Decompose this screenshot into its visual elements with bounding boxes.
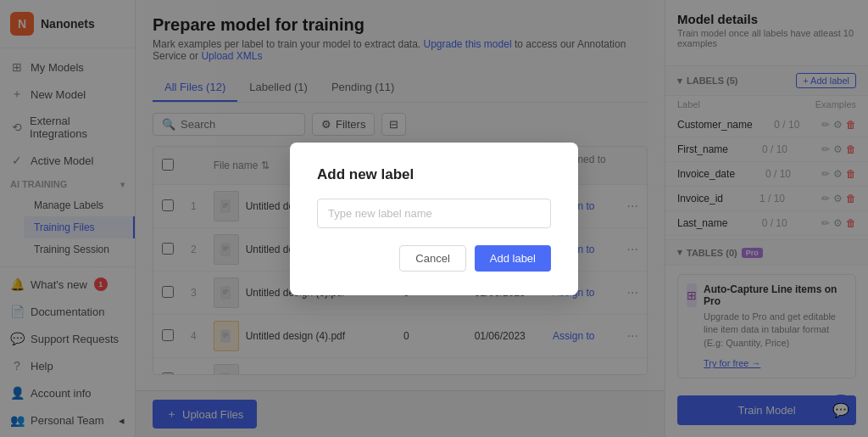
- modal-overlay: Add new label Cancel Add label: [0, 0, 868, 437]
- cancel-button[interactable]: Cancel: [399, 245, 465, 272]
- modal-actions: Cancel Add label: [317, 245, 551, 272]
- add-label-submit-button[interactable]: Add label: [475, 245, 551, 272]
- modal-title: Add new label: [317, 166, 551, 183]
- new-label-input[interactable]: [317, 199, 551, 228]
- add-label-modal: Add new label Cancel Add label: [290, 143, 578, 295]
